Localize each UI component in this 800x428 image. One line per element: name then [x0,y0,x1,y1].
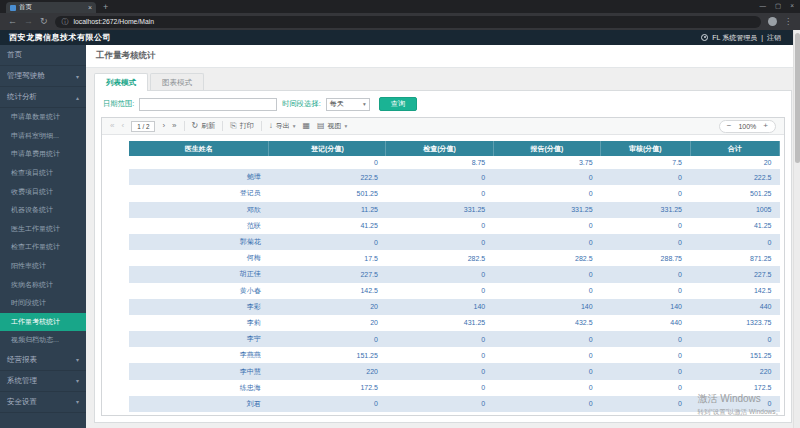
export-icon: ↓ [269,122,273,130]
sidebar-item[interactable]: 系统管理▾ [0,371,86,392]
value-cell: 17.5 [269,250,386,266]
value-cell: 220 [690,363,779,379]
maximize-icon[interactable]: ▢ [775,2,781,10]
doctor-name-cell[interactable]: 练忠海 [129,380,269,396]
prev-page-icon[interactable]: ‹ [121,122,124,130]
tab-close-icon[interactable]: × [88,4,92,11]
sidebar-subitem[interactable]: 时间段统计 [0,294,86,313]
next-page-icon[interactable]: › [162,122,165,130]
toolbar-divider [222,121,223,131]
doctor-name-cell[interactable]: 李燕燕 [129,347,269,363]
doctor-name-cell[interactable]: 胡正佳 [129,266,269,282]
sidebar-subitem[interactable]: 阳性率统计 [0,257,86,276]
doctor-name-cell[interactable]: 李宇 [129,331,269,347]
table-row: 李中慧220000220 [129,363,780,379]
sidebar-subitem[interactable]: 工作量考核统计 [0,313,86,332]
sidebar-item[interactable]: 管理驾驶舱▾ [0,66,86,87]
scrollbar[interactable] [793,30,800,428]
sidebar-item[interactable]: 安全设置▾ [0,392,86,413]
print-icon: ⎘ [230,122,236,130]
doctor-name-cell[interactable]: 登记员 [129,185,269,201]
value-cell: 172.5 [269,380,386,396]
doctor-name-cell[interactable]: 黄小春 [129,283,269,299]
sidebar-subitem[interactable]: 收费项目统计 [0,182,86,201]
zoom-out-icon[interactable]: − [727,122,732,130]
sidebar-item[interactable]: 首页 [0,45,86,66]
zoom-in-icon[interactable]: + [763,122,768,130]
value-cell: 0 [690,331,779,347]
value-cell: 0 [493,347,600,363]
browser-tab[interactable]: 首页 × [6,2,96,13]
date-range-input[interactable] [139,98,277,111]
doctor-name-cell[interactable]: 刘君 [129,396,269,412]
value-cell: 0 [269,156,386,169]
forward-icon[interactable]: → [24,17,33,26]
view-button[interactable]: ▤ 视图 ▾ [317,121,347,131]
doctor-name-cell[interactable]: 鲍璋 [129,169,269,185]
sidebar-subitem[interactable]: 疾病名称统计 [0,275,86,294]
sidebar-subitem[interactable]: 申请单数量统计 [0,108,86,127]
report-page: 医生姓名登记(分值)检查(分值)报告(分值)审核(分值)合计 08.753.75… [102,135,784,415]
period-select[interactable]: 每天 ▾ [326,98,370,111]
zoom-control: − 100% + [719,120,776,133]
reload-icon[interactable]: ↻ [40,17,48,26]
site-info-icon[interactable]: ⓘ [62,18,69,25]
period-selected-value: 每天 [330,99,344,109]
sidebar-subitem[interactable]: 机器设备统计 [0,201,86,220]
export-button[interactable]: ↓ 导出 ▾ [269,121,296,131]
column-header: 登记(分值) [269,141,386,156]
sidebar-subitem[interactable]: 视频归档动态... [0,331,86,350]
doctor-name-cell[interactable]: 邓欣 [129,202,269,218]
doctor-name-cell[interactable]: 李彩 [129,299,269,315]
date-range-label: 日期范围: [103,99,134,109]
current-user[interactable]: FL 系统管理员 [712,33,757,43]
sidebar-item-label: 系统管理 [7,376,37,386]
value-cell: 0 [601,396,690,412]
sidebar-subitem[interactable]: 申请单费用统计 [0,145,86,164]
period-label: 时间段选择: [282,99,321,109]
sidebar-subitem[interactable]: 检查工作量统计 [0,238,86,257]
sidebar-subitem[interactable]: 医生工作量统计 [0,220,86,239]
refresh-button[interactable]: ↻ 刷新 [192,121,216,131]
query-button[interactable]: 查询 [379,97,418,111]
first-page-icon[interactable]: « [110,122,114,130]
value-cell: 331.25 [493,202,600,218]
value-cell: 0 [601,412,690,415]
print-button[interactable]: ⎘ 打印 [230,121,253,131]
value-cell: 0 [493,283,600,299]
doctor-name-cell[interactable]: 李中慧 [129,363,269,379]
page-indicator[interactable]: 1 / 2 [131,121,155,132]
value-cell: 0 [386,185,493,201]
browser-profile-icon[interactable] [768,17,777,26]
sidebar-item[interactable]: 经营报表▾ [0,350,86,371]
value-cell: 0 [493,412,600,415]
doctor-name-cell[interactable]: 吕静 [129,412,269,415]
back-icon[interactable]: ← [8,17,17,26]
value-cell: 0 [493,234,600,250]
sidebar-item[interactable]: 统计分析▴ [0,87,86,108]
scrollbar-thumb[interactable] [795,33,800,163]
doctor-name-cell[interactable]: 范联 [129,218,269,234]
page-layout-icon[interactable]: ▦ [302,122,310,130]
sidebar-subitem[interactable]: 申请科室明细... [0,127,86,146]
value-cell: 1005 [690,202,779,218]
value-cell: 0 [386,412,493,415]
sidebar-subitem[interactable]: 检查项目统计 [0,164,86,183]
logout-link[interactable]: 注销 [767,33,781,43]
value-cell: 142.5 [690,283,779,299]
tab-title: 首页 [19,3,32,12]
browser-menu-icon[interactable]: ⋮ [784,18,792,26]
doctor-name-cell[interactable]: 何梅 [129,250,269,266]
main-area: 工作量考核统计 列表模式 图表模式 日期范围: 时间段选择: 每天 ▾ 查询 [86,45,800,428]
value-cell: 0 [493,266,600,282]
last-page-icon[interactable]: » [172,122,176,130]
tab-chart-mode[interactable]: 图表模式 [150,73,204,91]
tab-list-mode[interactable]: 列表模式 [94,73,148,91]
address-bar[interactable]: ⓘ localhost:2672/Home/Main [55,16,761,28]
minimize-icon[interactable]: — [760,2,767,10]
doctor-name-cell[interactable]: 郭菊花 [129,234,269,250]
new-tab-button[interactable]: + [103,3,108,12]
window-close-icon[interactable]: × [790,2,794,10]
doctor-name-cell[interactable]: 李莉 [129,315,269,331]
value-cell: 3.75 [493,156,600,169]
